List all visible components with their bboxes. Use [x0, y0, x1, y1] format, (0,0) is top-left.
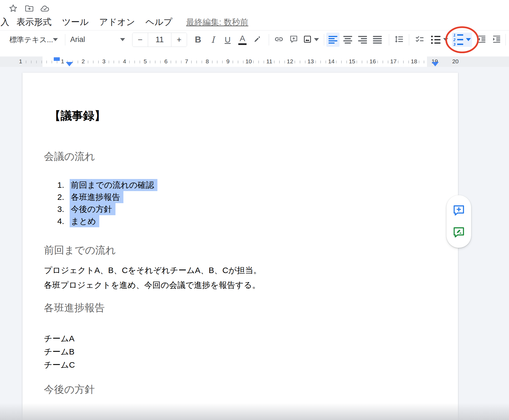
toolbar-divider: [409, 34, 409, 46]
underline-button[interactable]: U: [221, 33, 234, 47]
heading-previous-flow: 前回までの流れ: [44, 243, 116, 257]
text-color-bar: [238, 43, 247, 45]
team-line: チームB: [44, 345, 75, 358]
ruler-tick: [134, 61, 135, 63]
ruler-tick: [367, 61, 367, 63]
insert-link-button[interactable]: [272, 33, 285, 47]
ruler-tick: [383, 61, 383, 63]
heading-meeting-flow: 会議の流れ: [44, 150, 95, 163]
ruler-tick: [114, 61, 114, 63]
star-icon: [9, 4, 18, 14]
document-page[interactable]: 【議事録】 会議の流れ 1. 前回までの流れの確認 2. 各班進捗報告 3. 今…: [22, 73, 458, 420]
add-comment-button[interactable]: [452, 204, 465, 217]
ruler-tick: [362, 61, 362, 63]
previous-flow-paragraph: プロジェクトA、B、CをそれぞれチームA、B、Cが担当。 各班プロジェクトを進め…: [44, 263, 261, 293]
ruler-number: 20: [452, 58, 459, 65]
italic-button[interactable]: I: [206, 33, 219, 47]
align-right-button[interactable]: [356, 33, 369, 47]
ruler-tick: [217, 61, 217, 63]
ruler-tick: [424, 61, 424, 63]
line-spacing-button[interactable]: [392, 33, 406, 47]
team-line: チームC: [44, 358, 75, 371]
ruler-tick: [326, 61, 326, 63]
ruler-tick: [93, 61, 94, 63]
toolbar: 標準テキス... Arial − 11 + B I U A: [0, 30, 509, 49]
insert-image-button[interactable]: [302, 33, 320, 47]
suggest-edits-button[interactable]: [452, 226, 465, 239]
ruler-tick: [140, 61, 140, 63]
list-number: 3.: [55, 203, 64, 215]
ruler-tick: [377, 61, 378, 63]
ruler-number: 15: [349, 58, 355, 65]
justify-icon: [373, 36, 382, 44]
ruler-tick: [258, 61, 259, 63]
menu-item-addons[interactable]: アドオン: [99, 16, 135, 28]
bulleted-list-button[interactable]: [430, 33, 449, 47]
ruler-tick: [295, 61, 295, 63]
decrease-indent-button[interactable]: [475, 33, 488, 47]
decrease-indent-icon: [477, 35, 487, 45]
move-folder-button[interactable]: [24, 3, 35, 14]
increase-indent-icon: [492, 35, 501, 45]
ruler-tick: [176, 61, 176, 63]
menu-item-help[interactable]: ヘルプ: [146, 16, 173, 28]
menu-item-tools[interactable]: ツール: [62, 16, 89, 28]
team-lines: チームA チームB チームC: [44, 332, 75, 371]
list-item: 2. 各班進捗報告: [55, 191, 157, 203]
right-indent-marker[interactable]: [432, 62, 439, 66]
ruler-number: 1: [61, 58, 64, 65]
ruler-tick: [403, 61, 404, 63]
paragraph-line: プロジェクトA、B、CをそれぞれチームA、B、Cが担当。: [44, 263, 261, 278]
ruler[interactable]: 11234567891011121314151617181920: [0, 56, 509, 67]
list-item: 3. 今後の方針: [55, 203, 157, 215]
toolbar-divider: [65, 34, 65, 46]
align-center-button[interactable]: [341, 33, 354, 47]
highlighter-icon: [253, 35, 262, 44]
ruler-tick: [284, 61, 285, 63]
ruler-tick: [57, 61, 57, 63]
menu-item-format[interactable]: 表示形式: [16, 16, 52, 28]
selected-list-text: まとめ: [70, 215, 99, 227]
list-item: 4. まとめ: [55, 215, 157, 227]
font-size-control: − 11 +: [132, 33, 187, 47]
ruler-tick: [181, 61, 182, 63]
justify-button[interactable]: [371, 33, 384, 47]
cloud-status-button[interactable]: [39, 3, 50, 14]
highlight-color-button[interactable]: [251, 33, 264, 47]
ruler-tick: [26, 61, 26, 63]
text-color-button[interactable]: A: [236, 33, 249, 47]
list-number: 2.: [55, 191, 64, 203]
ruler-tick: [274, 61, 275, 63]
ruler-number: 4: [123, 58, 126, 65]
increase-font-button[interactable]: +: [171, 33, 187, 47]
ruler-tick: [46, 61, 47, 63]
heading-future-policy: 今後の方針: [44, 383, 95, 396]
add-comment-button-toolbar[interactable]: [287, 33, 300, 47]
align-right-icon: [358, 36, 367, 44]
ruler-tick: [419, 61, 419, 63]
paragraph-style-selector[interactable]: 標準テキス...: [8, 33, 60, 47]
numbered-list-button[interactable]: 1 2 3: [452, 33, 472, 47]
align-left-button[interactable]: [326, 33, 340, 47]
decrease-font-button[interactable]: −: [132, 33, 148, 47]
ruler-number: 8: [206, 58, 209, 65]
google-docs-window: 入 表示形式 ツール アドオン ヘルプ 最終編集: 数秒前 標準テキス... A…: [0, 0, 509, 420]
last-edit-link[interactable]: 最終編集: 数秒前: [186, 17, 248, 28]
menu-item-insert-clipped[interactable]: 入: [1, 16, 9, 28]
star-button[interactable]: [8, 3, 19, 14]
line-spacing-icon: [394, 35, 404, 45]
font-selector[interactable]: Arial: [69, 33, 128, 47]
ruler-tick: [315, 61, 316, 63]
first-line-indent-marker[interactable]: [54, 57, 60, 61]
selected-list-text: 前回までの流れの確認: [70, 179, 157, 191]
ruler-number: 12: [287, 58, 293, 65]
checklist-button[interactable]: [413, 33, 426, 47]
ruler-tick: [264, 61, 264, 63]
ruler-tick: [98, 61, 99, 63]
left-indent-marker[interactable]: [66, 62, 73, 66]
increase-indent-button[interactable]: [490, 33, 503, 47]
ruler-number: 18: [411, 58, 417, 65]
bold-button[interactable]: B: [191, 33, 205, 47]
agenda-list: 1. 前回までの流れの確認 2. 各班進捗報告 3. 今後の方針 4. まとめ: [55, 179, 157, 227]
ruler-tick: [196, 61, 197, 63]
